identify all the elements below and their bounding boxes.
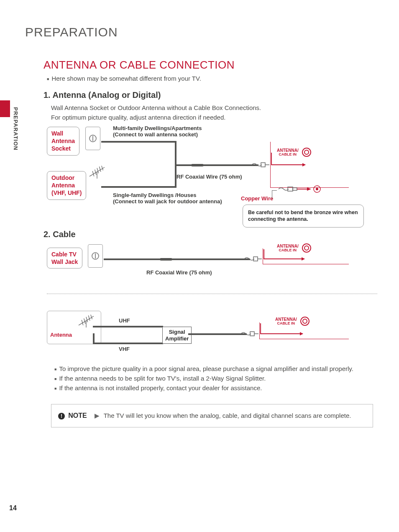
label-antenna: Antenna [50,332,72,338]
tip-1: To improve the picture quality in a poor… [54,365,379,372]
antenna-in-port-1: ANTENNA/CABLE IN [277,148,311,157]
diagram-amplifier: Antenna UHF VHF Signal Amplifier ANTENNA… [47,311,377,361]
label-rf-wire: RF Coaxial Wire (75 ohm) [176,174,242,180]
sub1-p1: Wall Antenna Socket or Outdoor Antenna w… [51,104,269,111]
note-label: NOTE [68,412,87,419]
label-rf-wire-2: RF Coaxial Wire (75 ohm) [146,269,212,276]
label-outdoor-antenna: Outdoor Antenna (VHF, UHF) [47,171,86,200]
label-copper-wire: Copper Wire [241,195,273,202]
svg-line-20 [88,315,90,321]
accent-bar [0,100,10,117]
cable-plug-icon [240,329,259,338]
subsection-1-title: 1. Antenna (Analog or Digital) [43,90,379,100]
diagram-cable: Cable TV Wall Jack RF Coaxial Wire (75 o… [47,243,377,281]
sub1-p2: For optimum picture quality, adjust ante… [51,114,379,121]
note-box: ! NOTE ▶ The TV will let you know when t… [51,404,373,427]
intro-bullet: Here shown may be somewhat different fro… [47,75,379,82]
subsection-2-title: 2. Cable [43,230,379,239]
label-wall-antenna-socket: Wall Antenna Socket [47,127,79,156]
antenna-in-port-3: ANTENNA/CABLE IN [275,317,309,326]
cable-plug-icon [251,160,270,169]
antenna-icon [74,312,99,327]
label-signal-amplifier: Signal Amplifier [162,327,192,344]
svg-rect-10 [293,188,297,190]
label-vhf: VHF [119,346,130,352]
tip-2: If the antenna needs to be split for two… [54,375,379,382]
note-text: The TV will let you know when the analog… [104,412,351,419]
sidebar-section-label: PREPARATION [13,107,19,151]
cable-plug-icon [243,254,263,263]
copper-wire-icon [278,184,328,194]
label-cable-tv-jack: Cable TV Wall Jack [47,248,82,269]
page-title: PREPARATION [25,25,379,39]
tip-3: If the antenna is not installed properly… [54,384,379,391]
page-number: 14 [9,504,17,512]
divider [47,294,377,294]
antenna-in-label-line2: CABLE IN [279,248,297,252]
antenna-in-label-line2: CABLE IN [277,321,295,325]
icon-cable-socket [88,244,103,268]
label-uhf: UHF [119,317,130,324]
triangle-icon: ▶ [95,412,100,419]
label-multi-family: Multi-family Dwellings/Apartments (Conne… [113,125,202,138]
label-single-family: Single-family Dwellings /Houses (Connect… [113,192,222,205]
warning-box: Be careful not to bend the bronze wire w… [243,205,364,228]
antenna-in-port-2: ANTENNA/CABLE IN [277,243,311,253]
note-icon: ! [58,413,65,419]
outdoor-antenna-icon [84,164,110,179]
icon-wall-socket [85,127,100,150]
antenna-in-label-line2: CABLE IN [279,152,297,156]
diagram-antenna: Wall Antenna Socket Outdoor Antenna (VHF… [47,125,377,217]
section-title: ANTENNA OR CABLE CONNECTION [43,59,379,72]
svg-point-13 [316,188,318,190]
svg-line-4 [99,166,101,172]
